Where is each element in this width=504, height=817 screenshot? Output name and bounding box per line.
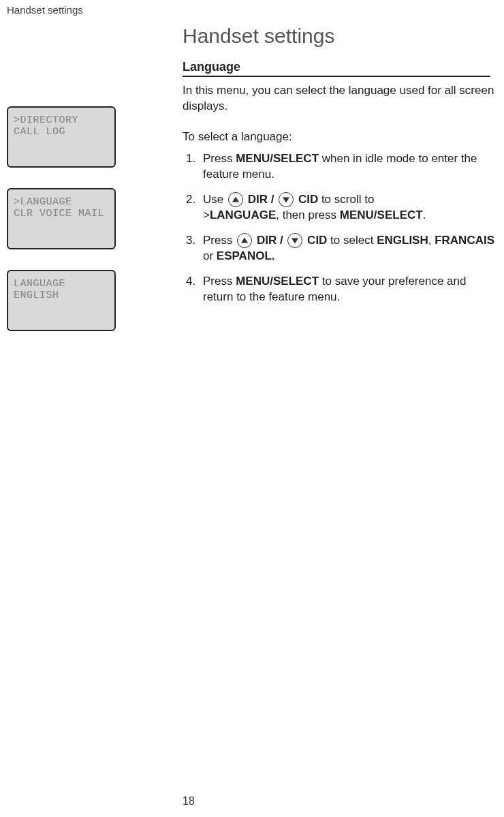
step-3-pre: Press xyxy=(203,234,236,247)
step-4-select: /SELECT xyxy=(270,275,319,288)
step-2-end: . xyxy=(423,209,426,221)
header-section: Handset settings xyxy=(7,4,83,16)
lcd3-line1: LANGUAGE xyxy=(14,278,109,290)
arrow-down-icon xyxy=(279,192,294,207)
lcd1-text1: DIRECTORY xyxy=(20,114,79,126)
step-3-cid: CID xyxy=(307,234,327,247)
lead-paragraph: To select a language: xyxy=(183,129,496,145)
page-number: 18 xyxy=(183,795,195,807)
step-3-francais: FRANCAIS xyxy=(435,234,494,247)
lcd-screen-1: >DIRECTORY CALL LOG xyxy=(7,106,116,168)
lcd-screen-2: >LANGUAGE CLR VOICE MAIL xyxy=(7,188,116,249)
lcd-screen-3: LANGUAGE ENGLISH xyxy=(7,270,116,331)
step-2-language: LANGUAGE xyxy=(210,209,276,221)
step-1: Press MENU/SELECT when in idle mode to e… xyxy=(199,151,496,183)
step-3-comma: , xyxy=(428,234,435,247)
step-2-mid: to scroll to xyxy=(318,193,374,206)
lcd1-line1: >DIRECTORY xyxy=(14,114,109,126)
arrow-up-icon xyxy=(228,192,243,207)
step-1-menu: MENU/ xyxy=(236,152,273,165)
intro-paragraph: In this menu, you can select the languag… xyxy=(183,83,496,114)
arrow-up-icon xyxy=(237,233,252,248)
step-3-or: or xyxy=(203,249,217,262)
step-3-mid: to select xyxy=(327,234,377,247)
step-3-english: ENGLISH xyxy=(377,234,428,247)
lcd2-text1: LANGUAGE xyxy=(20,196,72,208)
step-2-caret: > xyxy=(203,209,210,221)
step-2: Use DIR / CID to scroll to >LANGUAGE, th… xyxy=(199,192,496,223)
instruction-list: Press MENU/SELECT when in idle mode to e… xyxy=(183,151,496,315)
step-2-select: /SELECT xyxy=(374,209,423,221)
subsection-title: Language xyxy=(183,60,490,77)
step-4-pre: Press xyxy=(203,275,236,288)
lcd3-line2: ENGLISH xyxy=(14,290,109,301)
lcd2-line1: >LANGUAGE xyxy=(14,196,109,208)
step-4: Press MENU/SELECT to save your preferenc… xyxy=(199,274,496,305)
step-2-then: , then press xyxy=(276,209,340,221)
step-1-pre: Press xyxy=(203,152,236,165)
step-3: Press DIR / CID to select ENGLISH, FRANC… xyxy=(199,233,496,264)
step-3-espanol: ESPANOL. xyxy=(217,249,275,262)
lcd1-caret: > xyxy=(14,114,20,126)
lcd2-caret: > xyxy=(14,196,20,208)
step-2-pre: Use xyxy=(203,193,227,206)
page-title: Handset settings xyxy=(183,25,334,48)
step-1-select: SELECT xyxy=(273,152,319,165)
step-4-menu: MENU xyxy=(236,275,270,288)
arrow-down-icon xyxy=(287,233,302,248)
step-3-dir: DIR / xyxy=(257,234,286,247)
lcd2-line2: CLR VOICE MAIL xyxy=(14,208,109,219)
lcd1-line2: CALL LOG xyxy=(14,126,109,138)
step-2-dir: DIR / xyxy=(248,193,277,206)
step-2-menu: MENU xyxy=(340,209,374,221)
step-2-cid: CID xyxy=(298,193,318,206)
page: Handset settings Handset settings Langua… xyxy=(0,0,504,817)
